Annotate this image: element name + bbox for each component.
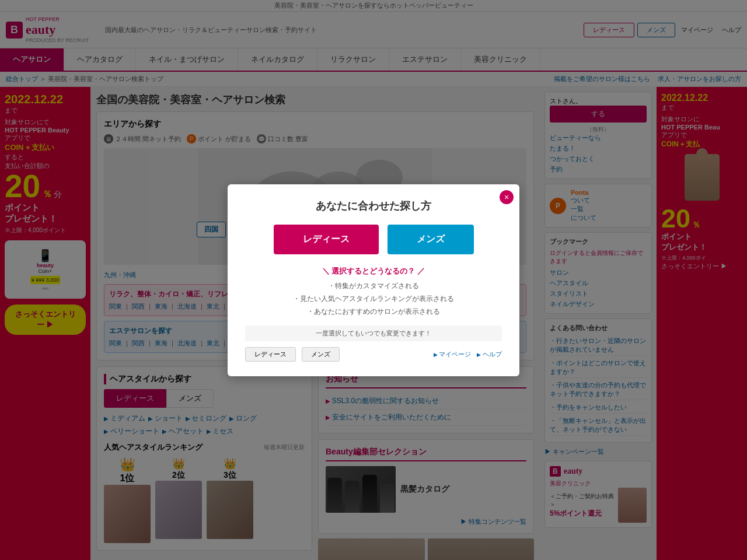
modal-info-item-0: 特集がカスタマイズされる — [245, 281, 502, 291]
modal-info-item-1: 見たい人気ヘアスタイルランキングが表示される — [245, 294, 502, 304]
modal-close-button[interactable]: × — [500, 190, 514, 204]
modal-box: × あなたに合わせた探し方 レディース メンズ ＼ 選択するとどうなるの？ ／ … — [228, 184, 519, 376]
modal-footer-mypage-link[interactable]: マイページ — [434, 350, 472, 359]
modal-footer-mens-btn[interactable]: メンズ — [302, 347, 340, 362]
modal-footer-links: マイページ ヘルプ — [434, 350, 502, 359]
modal-footer-help-link[interactable]: ヘルプ — [477, 350, 502, 359]
modal-ladies-button[interactable]: レディース — [274, 225, 379, 254]
modal-footer-ladies-btn[interactable]: レディース — [245, 347, 296, 362]
modal-footer-buttons: レディース メンズ — [245, 347, 340, 362]
modal-mens-button[interactable]: メンズ — [388, 225, 474, 254]
modal-gender-buttons: レディース メンズ — [245, 225, 502, 254]
modal-info: ＼ 選択するとどうなるの？ ／ 特集がカスタマイズされる 見たい人気ヘアスタイル… — [245, 266, 502, 317]
modal-title: あなたに合わせた探し方 — [245, 199, 502, 213]
modal-info-title: ＼ 選択するとどうなるの？ ／ — [245, 266, 502, 276]
modal-info-item-2: あなたにおすすめのサロンが表示される — [245, 307, 502, 317]
modal-footer: レディース メンズ マイページ ヘルプ — [245, 347, 502, 362]
modal-note: 一度選択してもいつでも変更できます！ — [245, 326, 502, 341]
modal-overlay[interactable]: × あなたに合わせた探し方 レディース メンズ ＼ 選択するとどうなるの？ ／ … — [0, 0, 747, 560]
